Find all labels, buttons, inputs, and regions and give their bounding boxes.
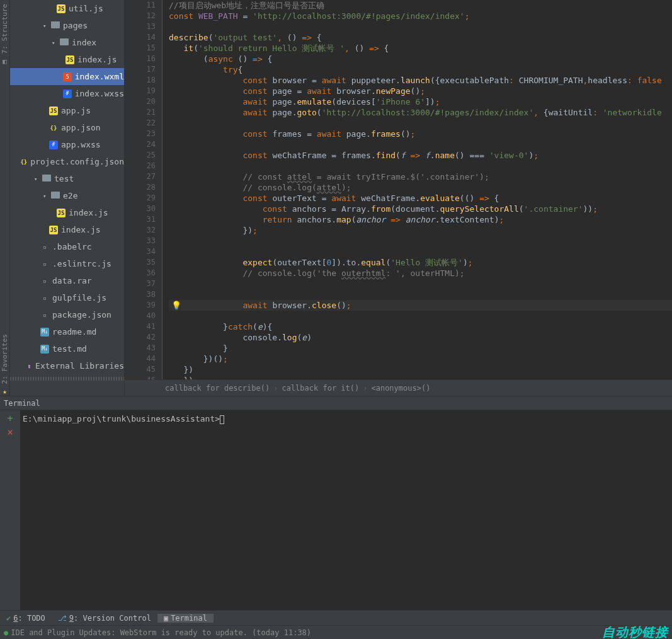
- footer-message: IDE and Plugin Updates: WebStorm is read…: [11, 628, 311, 637]
- file-index.js[interactable]: JSindex.js: [10, 51, 124, 68]
- terminal-output[interactable]: E:\miniapp_proj\trunk\businessAssistant>: [20, 410, 672, 610]
- terminal-title: Terminal: [4, 399, 40, 408]
- file-gulpfile.js[interactable]: ▫gulpfile.js: [10, 289, 124, 306]
- terminal-icon: ▣: [164, 614, 168, 623]
- left-tool-rail: 7: Structure ◧ 2: Favorites ★: [0, 0, 10, 396]
- file-index.js[interactable]: JSindex.js: [10, 204, 124, 221]
- intention-bulb-icon[interactable]: 💡: [171, 300, 181, 311]
- code-content[interactable]: //项目启动web地址，注意端口号是否正确const WEB_PATH = 'h…: [162, 0, 672, 379]
- crumb-1[interactable]: callback for it(): [282, 384, 359, 393]
- tool-window-bar: ✔ 6: TODO ⎇ 9: Version Control ▣ Termina…: [0, 610, 672, 625]
- terminal-toolbar: + ×: [0, 410, 20, 610]
- file-util.js[interactable]: JSutil.js: [10, 0, 124, 17]
- info-icon: ●: [4, 628, 8, 637]
- todo-tool-button[interactable]: ✔ 6: TODO: [0, 614, 52, 623]
- crumb-2[interactable]: <anonymous>(): [371, 384, 430, 393]
- favorites-tool[interactable]: 2: Favorites: [1, 330, 9, 388]
- file-app.wxss[interactable]: #app.wxss: [10, 136, 124, 153]
- branch-icon: ⎇: [58, 614, 67, 623]
- resize-handle[interactable]: [10, 377, 124, 381]
- file-index.wxss[interactable]: #index.wxss: [10, 85, 124, 102]
- file-app.json[interactable]: app.json: [10, 119, 124, 136]
- brand-watermark: 自动秒链接: [602, 624, 668, 639]
- folder-test[interactable]: ▾test: [10, 170, 124, 187]
- terminal-cursor: [220, 415, 224, 424]
- terminal-tab[interactable]: Terminal: [0, 396, 672, 410]
- project-tree[interactable]: JSutil.js▾pages▾indexJSindex.js5index.wx…: [10, 0, 125, 396]
- star-icon: ★: [3, 388, 7, 396]
- checkmark-icon: ✔: [6, 614, 11, 623]
- file-app.js[interactable]: JSapp.js: [10, 102, 124, 119]
- file-index.js[interactable]: JSindex.js: [10, 221, 124, 238]
- code-editor[interactable]: 1112131415161718192021222324252627282930…: [125, 0, 672, 396]
- terminal-tool-button[interactable]: ▣ Terminal: [157, 614, 214, 623]
- folder-e2e[interactable]: ▾e2e: [10, 187, 124, 204]
- file-.babelrc[interactable]: ▫.babelrc: [10, 238, 124, 255]
- crumb-0[interactable]: callback for describe(): [165, 384, 270, 393]
- close-session-button[interactable]: ×: [5, 427, 15, 437]
- status-footer: ● IDE and Plugin Updates: WebStorm is re…: [0, 625, 672, 639]
- add-session-button[interactable]: +: [5, 413, 15, 423]
- terminal-panel: Terminal + × E:\miniapp_proj\trunk\busin…: [0, 396, 672, 610]
- file-index.wxml[interactable]: 5index.wxml: [10, 68, 124, 85]
- file-project.config.json[interactable]: project.config.json: [10, 153, 124, 170]
- breadcrumb[interactable]: callback for describe()›callback for it(…: [125, 379, 672, 396]
- file-test.md[interactable]: M↓test.md: [10, 340, 124, 357]
- file-External Libraries[interactable]: ▮External Libraries: [10, 357, 124, 374]
- folder-pages[interactable]: ▾pages: [10, 17, 124, 34]
- file-package.json[interactable]: ▫package.json: [10, 306, 124, 323]
- folder-index[interactable]: ▾index: [10, 34, 124, 51]
- structure-tool[interactable]: 7: Structure: [1, 0, 9, 57]
- file-.eslintrc.js[interactable]: ▫.eslintrc.js: [10, 255, 124, 272]
- vcs-tool-button[interactable]: ⎇ 9: Version Control: [52, 614, 157, 623]
- line-gutter[interactable]: 1112131415161718192021222324252627282930…: [125, 0, 162, 379]
- file-readme.md[interactable]: M↓readme.md: [10, 323, 124, 340]
- file-data.rar[interactable]: ▫data.rar: [10, 272, 124, 289]
- terminal-prompt: E:\miniapp_proj\trunk\businessAssistant>: [23, 414, 220, 423]
- structure-icon: ◧: [3, 57, 7, 66]
